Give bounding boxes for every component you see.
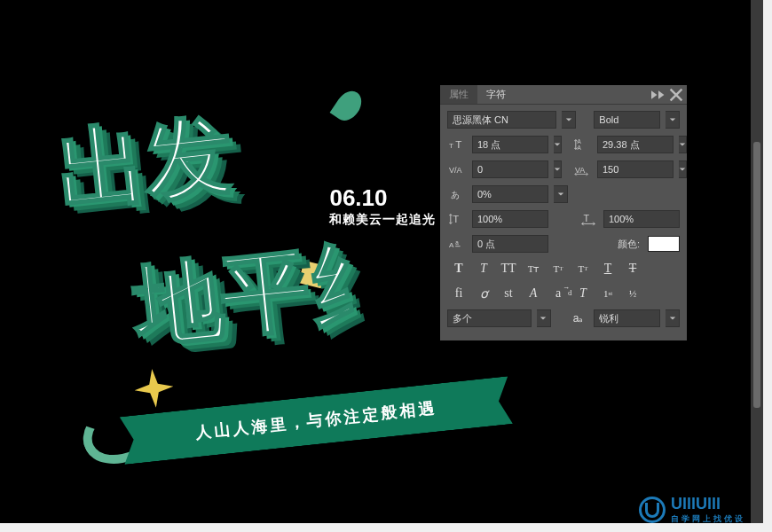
tsume-dropdown[interactable] — [554, 185, 568, 203]
panel-tabs: 属性 字符 — [440, 85, 515, 104]
leading-icon: AA — [572, 137, 592, 153]
date-block[interactable]: 06.10 和赖美云一起追光 — [329, 184, 436, 228]
scrollbar-thumb[interactable] — [753, 142, 760, 408]
kerning-icon: V/A — [447, 161, 467, 177]
font-size-icon: TT — [447, 137, 467, 153]
language-field[interactable]: 多个 — [447, 309, 532, 327]
fractions-button[interactable]: ½ — [621, 284, 644, 303]
watermark-sub: 自学网上找优设 — [671, 513, 745, 525]
decoration-drop — [330, 86, 367, 125]
kerning-field[interactable]: 0 — [472, 160, 548, 178]
faux-italic-button[interactable]: T — [472, 259, 495, 278]
opentype-row: fi ơ st A a→d T 1st ½ — [447, 284, 680, 303]
svg-text:A: A — [578, 138, 582, 145]
ligatures-button[interactable]: fi — [447, 284, 470, 303]
date-text: 06.10 — [329, 184, 436, 212]
ribbon-banner[interactable]: 人山人海里，与你注定般相遇 — [120, 376, 513, 465]
svg-text:A: A — [578, 145, 582, 151]
faux-bold-button[interactable]: T — [447, 259, 470, 278]
svg-text:A: A — [449, 241, 454, 249]
tagline-text: 和赖美云一起追光 — [329, 212, 436, 228]
tracking-dropdown[interactable] — [679, 160, 687, 178]
panel-header: 属性 字符 — [440, 85, 687, 105]
font-style-dropdown[interactable] — [666, 111, 680, 129]
antialias-icon: aₐ — [569, 310, 588, 326]
text-style-row: T T TT Tᴛ TT TT T T — [447, 259, 680, 278]
svg-text:T: T — [449, 143, 453, 151]
tab-properties[interactable]: 属性 — [440, 85, 477, 104]
headline-line1[interactable]: 出发 — [53, 112, 235, 214]
smallcaps-button[interactable]: Tᴛ — [522, 259, 545, 278]
leading-dropdown[interactable] — [679, 136, 687, 153]
titling-alt-button[interactable]: T — [571, 284, 595, 303]
close-icon[interactable] — [669, 88, 683, 102]
superscript-button[interactable]: TT — [547, 259, 570, 278]
strikethrough-button[interactable]: T — [621, 259, 644, 278]
vscale-field[interactable]: 100% — [472, 210, 548, 228]
tracking-icon: VA — [572, 161, 592, 177]
font-family-dropdown[interactable] — [562, 111, 576, 129]
tsume-field[interactable]: 0% — [472, 185, 548, 203]
underline-button[interactable]: T — [596, 259, 619, 278]
svg-text:あ: あ — [451, 190, 460, 200]
font-family-field[interactable]: 思源黑体 CN — [447, 111, 556, 129]
hscale-field[interactable]: 100% — [603, 210, 680, 228]
svg-text:T: T — [453, 215, 460, 225]
tsume-icon: あ — [447, 186, 467, 202]
allcaps-button[interactable]: TT — [497, 259, 520, 278]
panel-body: 思源黑体 CN Bold TT 18 点 AA 29.38 点 V/A 0 — [440, 105, 687, 340]
ordinals-button[interactable]: 1st — [596, 284, 619, 303]
svg-text:V/A: V/A — [449, 166, 462, 175]
color-swatch[interactable] — [648, 236, 680, 252]
subscript-button[interactable]: TT — [571, 259, 595, 278]
watermark-logo-icon — [639, 497, 666, 523]
swash-button[interactable]: A — [522, 284, 545, 303]
language-dropdown[interactable] — [537, 309, 551, 327]
font-size-field[interactable]: 18 点 — [472, 136, 548, 153]
vscale-icon: T — [447, 211, 467, 227]
baseline-icon: Aa — [447, 236, 467, 252]
character-panel: 属性 字符 思源黑体 CN Bold — [440, 85, 687, 340]
tracking-field[interactable]: 150 — [597, 160, 674, 178]
svg-text:T: T — [455, 139, 461, 151]
leading-field[interactable]: 29.38 点 — [597, 136, 674, 153]
antialias-field[interactable]: 锐利 — [594, 309, 660, 327]
svg-text:T: T — [584, 213, 590, 223]
watermark-brand: UlllUlll — [671, 495, 745, 513]
discretionary-lig-button[interactable]: st — [497, 284, 520, 303]
stylistic-alt-button[interactable]: a→d — [547, 284, 570, 303]
contextual-alt-button[interactable]: ơ — [472, 284, 495, 303]
svg-text:a: a — [455, 239, 459, 246]
antialias-dropdown[interactable] — [666, 309, 680, 327]
font-size-dropdown[interactable] — [554, 136, 562, 153]
font-style-field[interactable]: Bold — [594, 111, 660, 129]
color-label: 颜色: — [618, 238, 642, 251]
tab-character[interactable]: 字符 — [477, 85, 515, 104]
baseline-field[interactable]: 0 点 — [472, 235, 548, 253]
kerning-dropdown[interactable] — [554, 160, 562, 178]
watermark: UlllUlll 自学网上找优设 — [639, 495, 745, 525]
hscale-icon: T — [579, 211, 598, 227]
workspace: 出发 06.10 和赖美云一起追光 地平纟 人山人海里，与你注定般相遇 属性 字… — [0, 0, 772, 532]
ribbon-text: 人山人海里，与你注定般相遇 — [194, 397, 437, 443]
vertical-scrollbar[interactable] — [751, 0, 763, 523]
headline-line2[interactable]: 地平纟 — [130, 237, 398, 348]
collapse-icon[interactable] — [651, 88, 666, 102]
